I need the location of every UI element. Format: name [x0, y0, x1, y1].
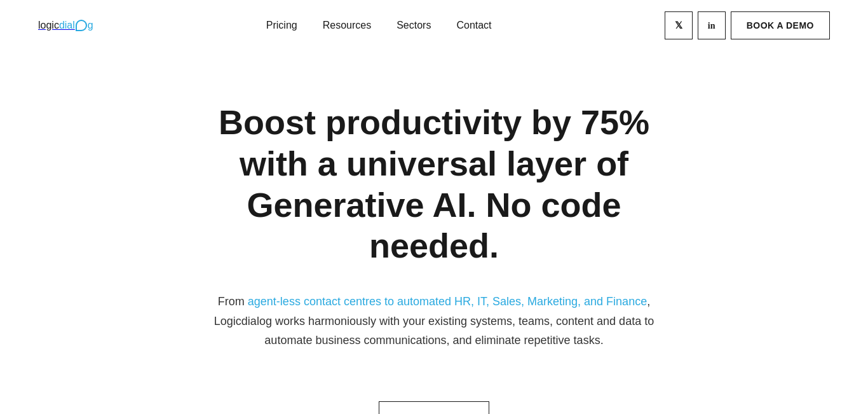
twitter-button[interactable] [665, 11, 693, 39]
logo-icon [76, 20, 87, 31]
hero-section: Boost productivity by 75% with a univers… [0, 51, 868, 414]
linkedin-button[interactable] [698, 11, 726, 39]
linkedin-icon [708, 20, 715, 31]
subtitle-before: From [218, 295, 248, 308]
logo[interactable]: logicdialg [38, 20, 93, 32]
header-actions: BOOK A DEMO [665, 11, 830, 39]
nav-sectors[interactable]: Sectors [397, 20, 431, 31]
nav-pricing[interactable]: Pricing [266, 20, 297, 31]
twitter-icon [675, 20, 682, 31]
logo-text: logicdialg [38, 20, 93, 31]
hero-title: Boost productivity by 75% with a univers… [212, 102, 656, 266]
subtitle-highlight: agent-less contact centres to automated … [248, 295, 647, 308]
logo-part1: logic [38, 20, 59, 31]
nav-contact[interactable]: Contact [456, 20, 491, 31]
logo-part3: g [88, 20, 93, 31]
book-demo-button[interactable]: BOOK A DEMO [731, 11, 830, 39]
logo-part2: dial [59, 20, 75, 31]
main-nav: Pricing Resources Sectors Contact [266, 20, 492, 31]
site-header: logicdialg Pricing Resources Sectors Con… [0, 0, 868, 51]
hero-subtitle: From agent-less contact centres to autom… [205, 292, 663, 350]
tell-more-button[interactable]: Tell Me More [379, 401, 489, 414]
nav-resources[interactable]: Resources [323, 20, 371, 31]
